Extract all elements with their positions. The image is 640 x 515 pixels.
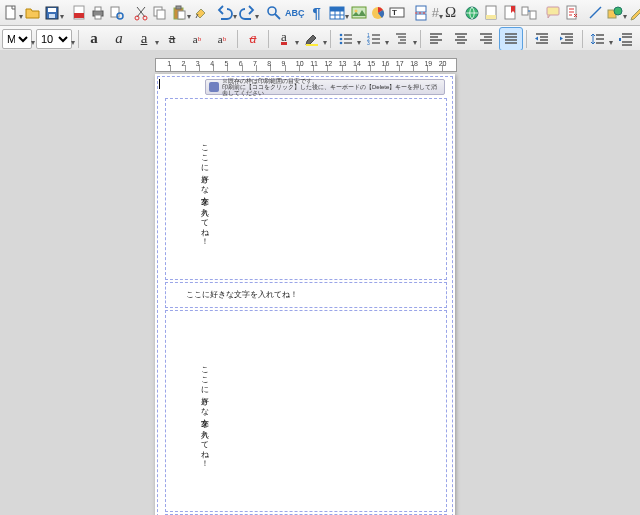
underline-icon[interactable]: a: [132, 27, 156, 51]
separator: [330, 30, 331, 48]
dropdown-icon[interactable]: ▾: [155, 38, 159, 50]
separator: [268, 30, 269, 48]
placeholder-text-1: ここに好きな文字を入れてね！: [198, 139, 209, 242]
document-page[interactable]: ※既存の枠は印刷範囲の目安です。 印刷前に【ココをクリック】した後に、キーボード…: [155, 74, 455, 515]
cut-icon[interactable]: [132, 1, 150, 25]
subscript-icon[interactable]: ab: [210, 27, 234, 51]
indent-inc-icon[interactable]: [530, 27, 554, 51]
footnote-icon[interactable]: [482, 1, 500, 25]
pdf-icon[interactable]: [70, 1, 88, 25]
dropdown-icon[interactable]: ▾: [357, 38, 361, 50]
copy-icon[interactable]: [151, 1, 169, 25]
dropdown-icon[interactable]: ▾: [323, 38, 327, 50]
line-icon[interactable]: [587, 1, 605, 25]
print-icon[interactable]: [89, 1, 107, 25]
label-cell-3[interactable]: ここに好きな文字を入れてね！: [165, 310, 447, 512]
redo-icon[interactable]: [238, 1, 256, 25]
font-name-select[interactable]: Mi: [2, 29, 32, 49]
new-icon[interactable]: [2, 1, 20, 25]
strike-icon[interactable]: a: [160, 27, 184, 51]
font-color-icon[interactable]: a: [272, 27, 296, 51]
indent-dec-icon[interactable]: [555, 27, 579, 51]
dropdown-icon[interactable]: ▾: [31, 38, 35, 50]
document-workspace: 1234567891011121314151617181920 ※既存の枠は印刷…: [0, 50, 640, 515]
dropdown-icon[interactable]: ▾: [295, 38, 299, 50]
formatting-marks-icon[interactable]: ¶: [312, 1, 322, 25]
dropdown-icon[interactable]: ▾: [71, 38, 75, 50]
svg-text:3: 3: [367, 40, 370, 46]
svg-rect-0: [6, 6, 15, 19]
dropdown-icon[interactable]: ▾: [233, 12, 237, 24]
special-char-icon[interactable]: Ω: [444, 1, 457, 25]
table-icon[interactable]: [328, 1, 346, 25]
svg-point-39: [340, 33, 343, 36]
number-list-icon[interactable]: 123: [362, 27, 386, 51]
textbox-icon[interactable]: T: [388, 1, 406, 25]
spellcheck-icon[interactable]: ABÇ: [284, 1, 306, 25]
crossref-icon[interactable]: [520, 1, 538, 25]
paste-icon[interactable]: [170, 1, 188, 25]
line-spacing-icon[interactable]: [586, 27, 610, 51]
para-spacing-icon[interactable]: [614, 27, 638, 51]
open-icon[interactable]: [24, 1, 42, 25]
find-icon[interactable]: [265, 1, 283, 25]
svg-point-18: [268, 7, 276, 15]
outline-icon[interactable]: [390, 27, 414, 51]
bullet-list-icon[interactable]: [334, 27, 358, 51]
dropdown-icon[interactable]: ▾: [60, 12, 64, 24]
page-break-icon[interactable]: [412, 1, 430, 25]
svg-rect-14: [157, 10, 165, 19]
highlight-icon[interactable]: [300, 27, 324, 51]
bold-icon[interactable]: a: [82, 27, 106, 51]
label-cell-1[interactable]: ここに好きな文字を入れてね！: [165, 98, 447, 280]
dropdown-icon[interactable]: ▾: [187, 12, 191, 24]
dropdown-icon[interactable]: ▾: [19, 12, 23, 24]
svg-rect-30: [486, 15, 496, 19]
dropdown-icon[interactable]: ▾: [609, 38, 613, 50]
italic-icon[interactable]: a: [107, 27, 131, 51]
svg-rect-16: [176, 6, 181, 9]
separator: [420, 30, 421, 48]
chart-icon[interactable]: [369, 1, 387, 25]
save-icon[interactable]: [43, 1, 61, 25]
draw-icon[interactable]: [628, 1, 640, 25]
dropdown-icon[interactable]: ▾: [439, 12, 443, 24]
basic-shapes-icon[interactable]: [606, 1, 624, 25]
hyperlink-icon[interactable]: [463, 1, 481, 25]
dropdown-icon[interactable]: ▾: [413, 38, 417, 50]
align-left-icon[interactable]: [424, 27, 448, 51]
align-justify-icon[interactable]: [499, 27, 523, 51]
label-cell-2[interactable]: ここに好きな文字を入れてね！: [165, 282, 447, 308]
dropdown-icon[interactable]: ▾: [385, 38, 389, 50]
align-right-icon[interactable]: [474, 27, 498, 51]
format-paintbrush-icon[interactable]: [192, 1, 210, 25]
print-preview-icon[interactable]: [108, 1, 126, 25]
dropdown-icon[interactable]: ▾: [623, 12, 627, 24]
comment-icon[interactable]: [544, 1, 562, 25]
svg-rect-34: [547, 7, 559, 15]
svg-point-41: [340, 41, 343, 44]
svg-point-40: [340, 37, 343, 40]
align-center-icon[interactable]: [449, 27, 473, 51]
dropdown-icon[interactable]: ▾: [255, 12, 259, 24]
svg-rect-20: [330, 7, 344, 11]
svg-rect-17: [178, 11, 185, 19]
image-icon[interactable]: [350, 1, 368, 25]
svg-rect-8: [95, 15, 101, 19]
separator: [78, 30, 79, 48]
separator: [526, 30, 527, 48]
horizontal-ruler[interactable]: 1234567891011121314151617181920: [155, 58, 457, 72]
font-size-select[interactable]: 10: [36, 29, 72, 49]
superscript-icon[interactable]: ab: [185, 27, 209, 51]
bookmark-icon[interactable]: [501, 1, 519, 25]
separator: [582, 30, 583, 48]
dropdown-icon[interactable]: ▾: [345, 12, 349, 24]
svg-rect-27: [416, 14, 426, 20]
undo-icon[interactable]: [216, 1, 234, 25]
svg-rect-33: [530, 11, 536, 19]
track-changes-icon[interactable]: [563, 1, 581, 25]
clear-format-icon[interactable]: a: [241, 27, 265, 51]
svg-rect-2: [48, 8, 56, 12]
svg-rect-38: [306, 44, 318, 46]
svg-rect-5: [74, 13, 84, 18]
